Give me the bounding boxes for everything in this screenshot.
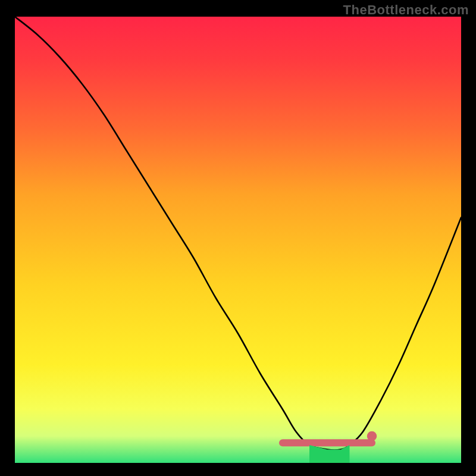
plot-area — [15, 17, 461, 463]
secondary-marker-dot — [367, 431, 377, 441]
marker-layer — [15, 17, 461, 463]
chart-frame: TheBottleneck.com — [0, 0, 476, 476]
watermark-text: TheBottleneck.com — [343, 2, 469, 18]
